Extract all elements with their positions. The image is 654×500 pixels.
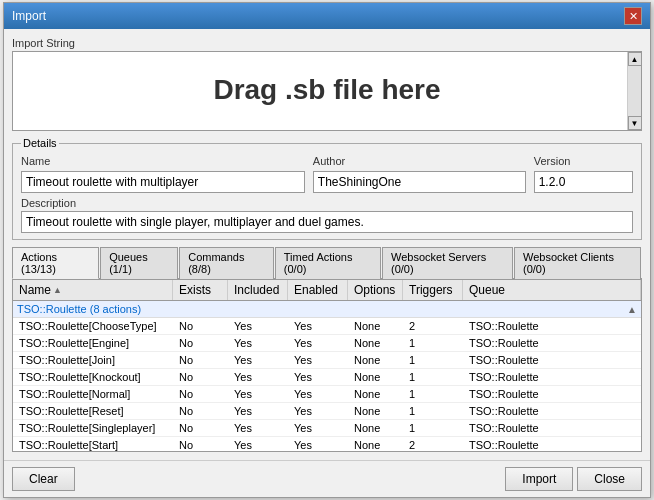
description-input[interactable] bbox=[21, 211, 633, 233]
col-header-queue: Queue bbox=[463, 280, 641, 300]
tab-commands[interactable]: Commands (8/8) bbox=[179, 247, 274, 279]
cell-options: None bbox=[348, 403, 403, 419]
table-header: Name ▲ Exists Included Enabled Options bbox=[13, 280, 641, 301]
table-container: Name ▲ Exists Included Enabled Options bbox=[12, 279, 642, 452]
cell-options: None bbox=[348, 369, 403, 385]
cell-exists: No bbox=[173, 386, 228, 402]
cell-exists: No bbox=[173, 352, 228, 368]
close-title-button[interactable]: ✕ bbox=[624, 7, 642, 25]
drag-drop-text: Drag .sb file here bbox=[17, 56, 637, 124]
scroll-up-btn[interactable]: ▲ bbox=[628, 52, 642, 66]
cell-name: TSO::Roulette[Singleplayer] bbox=[13, 420, 173, 436]
group-row-0[interactable]: TSO::Roulette (8 actions) ▲ bbox=[13, 301, 641, 318]
footer-right-buttons: Import Close bbox=[505, 467, 642, 491]
title-bar: Import ✕ bbox=[4, 3, 650, 29]
cell-name: TSO::Roulette[ChooseType] bbox=[13, 318, 173, 334]
tab-queues[interactable]: Queues (1/1) bbox=[100, 247, 178, 279]
clear-button[interactable]: Clear bbox=[12, 467, 75, 491]
table-row[interactable]: TSO::Roulette[Normal] No Yes Yes None 1 … bbox=[13, 386, 641, 403]
cell-queue: TSO::Roulette bbox=[463, 318, 641, 334]
cell-included: Yes bbox=[228, 352, 288, 368]
cell-queue: TSO::Roulette bbox=[463, 335, 641, 351]
cell-triggers: 1 bbox=[403, 352, 463, 368]
version-input[interactable] bbox=[534, 171, 633, 193]
table-row[interactable]: TSO::Roulette[Join] No Yes Yes None 1 TS… bbox=[13, 352, 641, 369]
details-group: Details Name Author Version Description bbox=[12, 137, 642, 240]
cell-options: None bbox=[348, 318, 403, 334]
col-header-exists: Exists bbox=[173, 280, 228, 300]
import-string-area[interactable]: Drag .sb file here ▲ ▼ bbox=[12, 51, 642, 131]
table-row[interactable]: TSO::Roulette[ChooseType] No Yes Yes Non… bbox=[13, 318, 641, 335]
import-string-label: Import String bbox=[12, 37, 642, 49]
cell-triggers: 1 bbox=[403, 403, 463, 419]
cell-name: TSO::Roulette[Normal] bbox=[13, 386, 173, 402]
cell-options: None bbox=[348, 352, 403, 368]
cell-options: None bbox=[348, 335, 403, 351]
description-label: Description bbox=[21, 197, 633, 209]
cell-enabled: Yes bbox=[288, 403, 348, 419]
version-label: Version bbox=[534, 155, 633, 167]
table-row[interactable]: TSO::Roulette[Engine] No Yes Yes None 1 … bbox=[13, 335, 641, 352]
cell-triggers: 1 bbox=[403, 420, 463, 436]
tabs-bar: Actions (13/13)Queues (1/1)Commands (8/8… bbox=[12, 246, 642, 279]
cell-queue: TSO::Roulette bbox=[463, 420, 641, 436]
cell-name: TSO::Roulette[Start] bbox=[13, 437, 173, 451]
col-header-enabled: Enabled bbox=[288, 280, 348, 300]
cell-exists: No bbox=[173, 403, 228, 419]
cell-included: Yes bbox=[228, 386, 288, 402]
cell-enabled: Yes bbox=[288, 386, 348, 402]
cell-queue: TSO::Roulette bbox=[463, 369, 641, 385]
tab-websocket_clients[interactable]: Websocket Clients (0/0) bbox=[514, 247, 641, 279]
name-input[interactable] bbox=[21, 171, 305, 193]
table-row[interactable]: TSO::Roulette[Singleplayer] No Yes Yes N… bbox=[13, 420, 641, 437]
table-body: TSO::Roulette (8 actions) ▲ TSO::Roulett… bbox=[13, 301, 641, 451]
tab-actions[interactable]: Actions (13/13) bbox=[12, 247, 99, 279]
col-header-options: Options bbox=[348, 280, 403, 300]
table-row[interactable]: TSO::Roulette[Reset] No Yes Yes None 1 T… bbox=[13, 403, 641, 420]
sort-arrow-name: ▲ bbox=[53, 285, 62, 295]
tabs-container: Actions (13/13)Queues (1/1)Commands (8/8… bbox=[12, 246, 642, 452]
cell-exists: No bbox=[173, 369, 228, 385]
cell-name: TSO::Roulette[Join] bbox=[13, 352, 173, 368]
cell-enabled: Yes bbox=[288, 318, 348, 334]
cell-options: None bbox=[348, 420, 403, 436]
cell-queue: TSO::Roulette bbox=[463, 352, 641, 368]
cell-exists: No bbox=[173, 335, 228, 351]
tab-websocket_servers[interactable]: Websocket Servers (0/0) bbox=[382, 247, 513, 279]
cell-exists: No bbox=[173, 420, 228, 436]
cell-included: Yes bbox=[228, 403, 288, 419]
author-field-group: Author bbox=[313, 155, 526, 193]
cell-enabled: Yes bbox=[288, 335, 348, 351]
cell-included: Yes bbox=[228, 437, 288, 451]
collapse-btn-0[interactable]: ▲ bbox=[627, 304, 637, 315]
import-string-section: Import String Drag .sb file here ▲ ▼ bbox=[12, 37, 642, 131]
cell-triggers: 1 bbox=[403, 386, 463, 402]
scroll-down-btn[interactable]: ▼ bbox=[628, 116, 642, 130]
cell-enabled: Yes bbox=[288, 352, 348, 368]
cell-included: Yes bbox=[228, 369, 288, 385]
dialog-title: Import bbox=[12, 9, 46, 23]
table-row[interactable]: TSO::Roulette[Start] No Yes Yes None 2 T… bbox=[13, 437, 641, 451]
import-button[interactable]: Import bbox=[505, 467, 573, 491]
cell-included: Yes bbox=[228, 420, 288, 436]
dialog-content: Import String Drag .sb file here ▲ ▼ Det… bbox=[4, 29, 650, 460]
cell-triggers: 2 bbox=[403, 318, 463, 334]
name-label: Name bbox=[21, 155, 305, 167]
group-label-0: TSO::Roulette (8 actions) bbox=[17, 303, 141, 315]
cell-triggers: 1 bbox=[403, 335, 463, 351]
cell-queue: TSO::Roulette bbox=[463, 403, 641, 419]
cell-included: Yes bbox=[228, 318, 288, 334]
dialog-footer: Clear Import Close bbox=[4, 460, 650, 497]
details-legend: Details bbox=[21, 137, 59, 149]
author-label: Author bbox=[313, 155, 526, 167]
table-row[interactable]: TSO::Roulette[Knockout] No Yes Yes None … bbox=[13, 369, 641, 386]
cell-enabled: Yes bbox=[288, 369, 348, 385]
close-button[interactable]: Close bbox=[577, 467, 642, 491]
scroll-thumb bbox=[628, 66, 641, 116]
author-input[interactable] bbox=[313, 171, 526, 193]
tab-timed_actions[interactable]: Timed Actions (0/0) bbox=[275, 247, 381, 279]
cell-name: TSO::Roulette[Engine] bbox=[13, 335, 173, 351]
cell-exists: No bbox=[173, 318, 228, 334]
details-row-1: Name Author Version bbox=[21, 155, 633, 193]
import-dialog: Import ✕ Import String Drag .sb file her… bbox=[3, 2, 651, 498]
